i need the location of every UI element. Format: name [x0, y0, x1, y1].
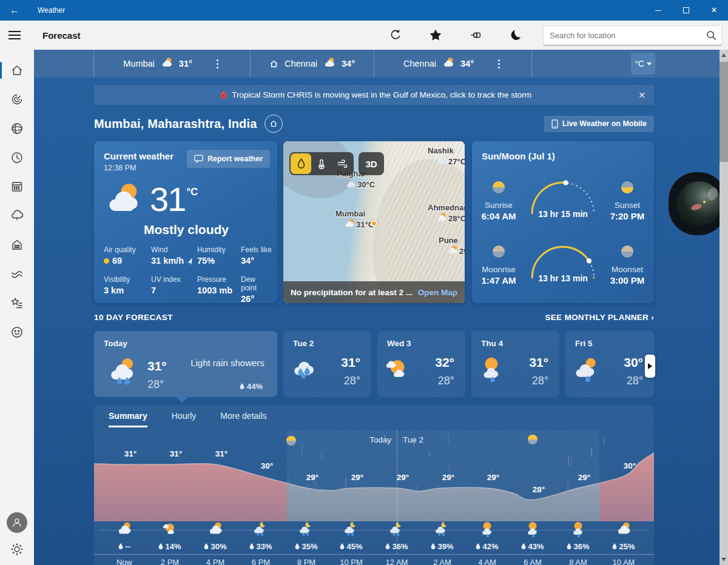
sidebar-item-hourly[interactable]: [0, 143, 34, 172]
main-content: Tropical Storm CHRIS is moving west in t…: [34, 78, 720, 565]
map-city-mumbai[interactable]: Mumbai 31°C: [335, 209, 374, 231]
scroll-down-arrow[interactable]: [721, 558, 726, 561]
search-input[interactable]: [544, 31, 701, 40]
weather-map-card[interactable]: Nashik 27°CPalghar 30°CMumbai 31°CAhmedn…: [283, 141, 465, 303]
moonset-time: 3:00 PM: [604, 275, 650, 286]
map-city-weather-icon: [436, 155, 447, 168]
svg-text:31°: 31°: [124, 449, 136, 458]
user-avatar[interactable]: [7, 512, 27, 533]
temperature-area-chart: 31°31°31°30°29°29°29°29°29°28°29°30° Tod…: [94, 430, 654, 521]
sidebar-item-feedback[interactable]: [0, 318, 34, 347]
sunrise-icon: [491, 180, 506, 195]
storm-alert-banner[interactable]: Tropical Storm CHRIS is moving west in t…: [94, 85, 654, 105]
vertical-scrollbar[interactable]: [720, 50, 728, 565]
current-weather-icon: [104, 181, 141, 221]
map-city-ahmednagar[interactable]: Ahmednagar 28°C: [428, 203, 465, 225]
map-precip-summary: No precipitation for at least 2 ...: [291, 288, 413, 297]
refresh-button[interactable]: [382, 23, 409, 47]
tab-summary[interactable]: Summary: [109, 411, 147, 427]
day-card-tue-2[interactable]: Tue 2 31° 28°: [283, 331, 371, 397]
scrollbar-thumb[interactable]: [720, 62, 728, 162]
moon-rain-icon: [253, 521, 269, 540]
precipitation-layer-button[interactable]: [291, 153, 311, 174]
location-tab-chennai-1[interactable]: Chennai34°: [251, 50, 374, 78]
history-icon: [10, 267, 24, 281]
alert-close-button[interactable]: ✕: [630, 90, 654, 100]
webcam-overlay-bubble[interactable]: [669, 172, 727, 235]
hour-slot-10am[interactable]: 25%: [601, 521, 646, 551]
favorites-icon: [10, 296, 24, 310]
hour-slot-2pm[interactable]: 14%: [147, 521, 192, 551]
day-card-thu-4[interactable]: Thu 4 31° 28°: [471, 331, 559, 397]
live-weather-mobile-button[interactable]: Live Weather on Mobile: [544, 116, 654, 132]
day-card-fri-5[interactable]: Fri 5 30° 28°: [565, 331, 654, 397]
tabstrip-spacer: [34, 50, 94, 78]
metric-uv-index: UV index7: [151, 275, 197, 303]
day-low-temp: 28°: [147, 378, 164, 391]
hour-slot-8am[interactable]: 36%: [556, 521, 601, 551]
sidebar-item-history[interactable]: [0, 259, 34, 289]
current-weather-card: Current weather 12:38 PM Report weather …: [94, 141, 277, 303]
set-home-location-button[interactable]: [265, 115, 283, 133]
sidebar-item-pollen[interactable]: [0, 201, 34, 230]
forecast-next-button[interactable]: [645, 355, 655, 378]
minimize-button[interactable]: [644, 0, 672, 21]
tab-hourly[interactable]: Hourly: [172, 411, 196, 427]
day-weather-icon: [479, 356, 504, 384]
day-card-today[interactable]: Today 31° 28° Light rain showers 44%: [94, 331, 277, 397]
hour-slot-6pm[interactable]: 33%: [238, 521, 283, 551]
temperature-layer-button[interactable]: [311, 153, 332, 174]
sidebar-item-monthly[interactable]: [0, 172, 34, 201]
close-button[interactable]: ✕: [700, 0, 728, 21]
summary-chart[interactable]: 31°31°31°30°29°29°29°29°29°28°29°30° Tod…: [94, 430, 654, 521]
location-tab-chennai-2[interactable]: Chennai34°: [374, 50, 532, 78]
night-mode-button[interactable]: [502, 23, 529, 47]
hour-slot-4pm[interactable]: 30%: [193, 521, 238, 551]
life-icon: [10, 238, 24, 252]
hour-slot-4am[interactable]: 42%: [465, 521, 510, 551]
settings-button[interactable]: [10, 543, 24, 558]
precip-chance: 39%: [420, 542, 465, 551]
sidebar-item-life[interactable]: [0, 230, 34, 259]
tab-city-label: Mumbai: [123, 59, 155, 69]
search-button[interactable]: [701, 26, 721, 45]
menu-button[interactable]: [0, 21, 29, 50]
map-city-nashik[interactable]: Nashik 27°C: [428, 146, 465, 168]
sun-cloud-icon: [162, 521, 178, 540]
tab-menu-button[interactable]: [496, 57, 502, 71]
map-layer-controls: 3D: [289, 152, 384, 175]
map-city-pune[interactable]: Pune 29°C: [439, 236, 465, 258]
map-3d-button[interactable]: 3D: [359, 152, 384, 175]
droplet-icon: [204, 543, 209, 550]
sidebar-item-maps-3d[interactable]: [0, 114, 34, 143]
pin-to-start-button[interactable]: [462, 23, 489, 47]
sidebar-item-home[interactable]: [0, 56, 34, 85]
back-button[interactable]: ←: [0, 0, 29, 21]
hour-slot-12am[interactable]: 36%: [374, 521, 419, 551]
day-cards-row: Today 31° 28° Light rain showers 44%Tue …: [94, 331, 654, 398]
tab-menu-button[interactable]: [214, 57, 221, 71]
sidebar-item-maps[interactable]: [0, 85, 34, 114]
sidebar-item-favorites[interactable]: [0, 289, 34, 318]
thermometer-icon: [317, 158, 326, 169]
scroll-up-arrow[interactable]: [721, 53, 726, 57]
hour-slot-10pm[interactable]: 45%: [329, 521, 374, 551]
maximize-button[interactable]: [672, 0, 700, 21]
open-map-link[interactable]: Open Map: [418, 288, 457, 297]
tab-temperature: 34°: [460, 59, 474, 69]
location-tab-mumbai-0[interactable]: Mumbai31°: [94, 50, 251, 78]
favorites-star-button[interactable]: [422, 23, 449, 47]
report-weather-button[interactable]: Report weather: [187, 150, 270, 168]
moonset-label: Moonset: [604, 265, 650, 274]
window-controls: ✕: [644, 0, 728, 21]
day-card-wed-3[interactable]: Wed 3 32° 28°: [377, 331, 465, 397]
hour-slot-6am[interactable]: 43%: [510, 521, 555, 551]
hour-slot-2am[interactable]: 39%: [420, 521, 465, 551]
unit-toggle-button[interactable]: °C: [631, 53, 655, 75]
hour-slot-8pm[interactable]: 35%: [284, 521, 329, 551]
hour-slot-now[interactable]: --: [102, 521, 147, 551]
tab-more-details[interactable]: More details: [220, 411, 266, 427]
wind-layer-button[interactable]: [332, 153, 352, 174]
monthly-planner-link[interactable]: SEE MONTHLY PLANNER ›: [545, 313, 654, 322]
day-label: Today: [104, 339, 127, 348]
